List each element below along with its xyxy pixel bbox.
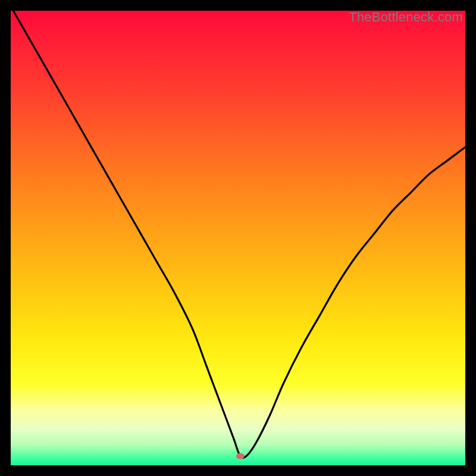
bottleneck-chart	[11, 11, 465, 465]
watermark-text: TheBottleneck.com	[349, 10, 463, 25]
optimum-marker	[236, 453, 245, 459]
chart-frame: TheBottleneck.com	[11, 11, 465, 465]
gradient-background	[11, 11, 465, 465]
